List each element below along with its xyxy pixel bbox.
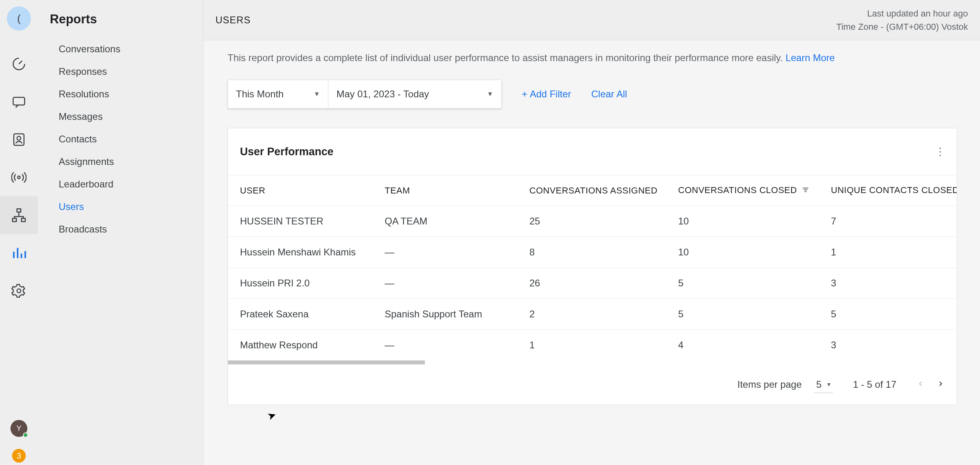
items-per-page-value: 5 bbox=[816, 379, 822, 390]
cell-closed: 10 bbox=[666, 237, 819, 268]
card-title: User Performance bbox=[240, 146, 334, 158]
chevron-left-icon bbox=[916, 380, 925, 388]
broadcast-icon bbox=[11, 170, 27, 185]
workspace-avatar[interactable]: ( bbox=[7, 6, 31, 31]
sidebar-item-assignments[interactable]: Assignments bbox=[38, 150, 203, 173]
pager-prev-button[interactable] bbox=[916, 379, 925, 390]
table-row[interactable]: Hussein Menshawi Khamis—8101 bbox=[228, 237, 957, 268]
filter-bar: This Month ▼ May 01, 2023 - Today ▼ + Ad… bbox=[228, 80, 968, 109]
sidebar-item-responses[interactable]: Responses bbox=[38, 60, 203, 83]
sort-icon bbox=[801, 185, 810, 196]
user-performance-card: User Performance ⋮ USERTEAMCONVERSATIONS… bbox=[228, 128, 957, 405]
sidebar-item-label: Broadcasts bbox=[59, 224, 107, 235]
clear-all-button[interactable]: Clear All bbox=[591, 88, 627, 100]
column-header[interactable]: CONVERSATIONS CLOSED bbox=[666, 175, 819, 206]
table-pager: Items per page 5 ▾ 1 - 5 of 17 bbox=[228, 364, 957, 405]
horizontal-scrollbar[interactable] bbox=[228, 360, 957, 364]
cell-unique: 3 bbox=[819, 268, 957, 299]
report-description: This report provides a complete list of … bbox=[228, 52, 968, 64]
gear-icon bbox=[11, 283, 27, 298]
sitemap-icon bbox=[11, 208, 27, 223]
cell-user: Matthew Respond bbox=[228, 330, 373, 361]
presence-indicator bbox=[23, 432, 28, 438]
notification-badge[interactable]: 3 bbox=[12, 449, 26, 463]
svg-rect-4 bbox=[17, 209, 21, 212]
date-range-picker[interactable]: May 01, 2023 - Today ▼ bbox=[328, 80, 501, 108]
sidebar-item-label: Assignments bbox=[59, 156, 114, 167]
nav-settings[interactable] bbox=[0, 272, 38, 310]
nav-messages[interactable] bbox=[0, 83, 38, 121]
table-row[interactable]: Hussein PRI 2.0—2653 bbox=[228, 268, 957, 299]
sidebar-item-leaderboard[interactable]: Leaderboard bbox=[38, 173, 203, 195]
sidebar-item-label: Leaderboard bbox=[59, 179, 113, 189]
add-filter-button[interactable]: + Add Filter bbox=[522, 88, 571, 100]
sidebar-item-label: Users bbox=[59, 201, 84, 212]
timezone-text: Time Zone - (GMT+06:00) Vostok bbox=[836, 20, 968, 33]
nav-broadcast[interactable] bbox=[0, 158, 38, 196]
nav-reports[interactable] bbox=[0, 234, 38, 272]
sidebar-title: Reports bbox=[38, 12, 203, 27]
cell-unique: 7 bbox=[819, 206, 957, 237]
sidebar-item-label: Conversations bbox=[59, 43, 120, 54]
workspace-avatar-text: ( bbox=[17, 12, 21, 25]
table-row[interactable]: Prateek SaxenaSpanish Support Team255 bbox=[228, 299, 957, 330]
add-filter-label: Add Filter bbox=[530, 88, 571, 100]
pager-range-text: 1 - 5 of 17 bbox=[853, 379, 896, 390]
sidebar-item-users[interactable]: Users bbox=[38, 195, 203, 218]
sidebar-item-label: Resolutions bbox=[59, 88, 109, 99]
contact-icon bbox=[11, 132, 27, 147]
column-header-label: USER bbox=[240, 185, 265, 195]
chevron-down-icon: ▼ bbox=[487, 91, 493, 98]
sidebar-item-label: Contacts bbox=[59, 134, 97, 144]
cell-unique: 5 bbox=[819, 299, 957, 330]
chevron-down-icon: ▾ bbox=[827, 381, 830, 388]
cell-user: Prateek Saxena bbox=[228, 299, 373, 330]
column-header[interactable]: CONVERSATIONS ASSIGNED bbox=[517, 175, 666, 206]
column-header[interactable]: UNIQUE CONTACTS CLOSED bbox=[819, 175, 957, 206]
cell-assigned: 25 bbox=[517, 206, 666, 237]
page-title: USERS bbox=[215, 14, 251, 26]
svg-point-7 bbox=[17, 289, 21, 293]
sidebar-item-broadcasts[interactable]: Broadcasts bbox=[38, 218, 203, 241]
scrollbar-thumb[interactable] bbox=[228, 360, 425, 364]
table-row[interactable]: Matthew Respond—143 bbox=[228, 330, 957, 361]
card-menu-button[interactable]: ⋮ bbox=[935, 146, 945, 158]
nav-dashboard[interactable] bbox=[0, 45, 38, 83]
column-header[interactable]: USER bbox=[228, 175, 373, 206]
cell-assigned: 8 bbox=[517, 237, 666, 268]
chevron-down-icon: ▼ bbox=[314, 91, 320, 98]
sidebar-item-contacts[interactable]: Contacts bbox=[38, 128, 203, 150]
column-header-label: UNIQUE CONTACTS CLOSED bbox=[831, 185, 957, 195]
pager-next-button[interactable] bbox=[937, 379, 945, 390]
cell-assigned: 2 bbox=[517, 299, 666, 330]
main-header: USERS Last updated an hour ago Time Zone… bbox=[203, 0, 980, 40]
svg-point-2 bbox=[17, 136, 21, 140]
nav-workflows[interactable] bbox=[0, 196, 38, 234]
sidebar-item-messages[interactable]: Messages bbox=[38, 105, 203, 128]
last-updated-text: Last updated an hour ago bbox=[836, 7, 968, 20]
table-row[interactable]: HUSSEIN TESTERQA TEAM25107 bbox=[228, 206, 957, 237]
column-header[interactable]: TEAM bbox=[373, 175, 517, 206]
cell-user: Hussein Menshawi Khamis bbox=[228, 237, 373, 268]
performance-table: USERTEAMCONVERSATIONS ASSIGNEDCONVERSATI… bbox=[228, 175, 957, 360]
cell-user: HUSSEIN TESTER bbox=[228, 206, 373, 237]
gauge-icon bbox=[11, 56, 27, 72]
cell-assigned: 26 bbox=[517, 268, 666, 299]
kebab-icon: ⋮ bbox=[935, 146, 945, 158]
period-picker[interactable]: This Month ▼ bbox=[228, 80, 328, 108]
learn-more-link[interactable]: Learn More bbox=[785, 52, 835, 63]
user-avatar[interactable]: Y bbox=[10, 420, 27, 437]
cell-team: QA TEAM bbox=[373, 206, 517, 237]
nav-contacts[interactable] bbox=[0, 121, 38, 158]
svg-rect-5 bbox=[12, 218, 16, 222]
column-header-label: CONVERSATIONS CLOSED bbox=[678, 185, 797, 195]
sidebar-item-conversations[interactable]: Conversations bbox=[38, 38, 203, 60]
sidebar-item-resolutions[interactable]: Resolutions bbox=[38, 83, 203, 105]
clear-all-label: Clear All bbox=[591, 88, 627, 100]
cell-unique: 3 bbox=[819, 330, 957, 361]
sidebar-item-label: Responses bbox=[59, 66, 107, 77]
column-header-label: CONVERSATIONS ASSIGNED bbox=[529, 185, 658, 195]
column-header-label: TEAM bbox=[385, 185, 410, 195]
cell-closed: 5 bbox=[666, 268, 819, 299]
items-per-page-select[interactable]: 5 ▾ bbox=[814, 377, 833, 393]
